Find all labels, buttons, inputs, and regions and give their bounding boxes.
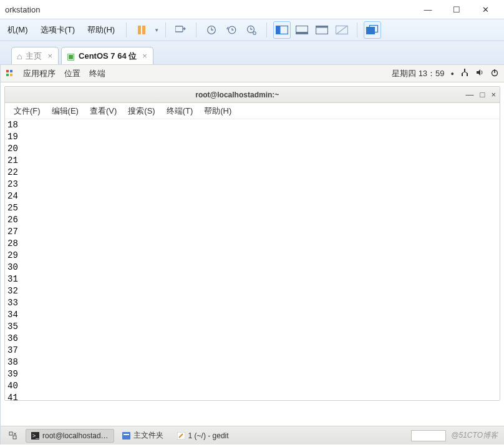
terminal-line: 36 — [7, 333, 497, 345]
terminal-line: 33 — [7, 297, 497, 309]
terminal-menu-search[interactable]: 搜索(S) — [123, 104, 160, 118]
terminal-minimize-button[interactable]: — — [466, 90, 474, 99]
menu-terminal[interactable]: 终端 — [89, 68, 105, 79]
layout-disabled-icon — [336, 25, 348, 35]
terminal-line: 30 — [7, 262, 497, 273]
terminal-menu-terminal[interactable]: 终端(T) — [162, 104, 198, 118]
maximize-button[interactable]: ☐ — [448, 5, 465, 14]
terminal-line: 22 — [7, 167, 497, 179]
view-mode-2-button[interactable] — [293, 21, 311, 39]
minimize-button[interactable]: — — [419, 5, 437, 14]
network-icon[interactable] — [460, 68, 469, 79]
svg-rect-16 — [10, 70, 12, 72]
terminal-line: 27 — [7, 226, 497, 238]
app-titlebar: orkstation — ☐ ✕ — [0, 0, 504, 19]
clock-icon — [206, 24, 217, 36]
gnome-taskbar: >_ root@localhostad… 主文件夹 1 (~/) - gedit… — [1, 426, 504, 445]
activities-icon[interactable] — [6, 69, 14, 78]
close-button[interactable]: ✕ — [477, 5, 494, 14]
terminal-line: 18 — [7, 119, 497, 131]
svg-rect-0 — [175, 26, 183, 32]
toolbar-separator — [357, 22, 357, 37]
window-controls: — ☐ ✕ — [419, 5, 499, 14]
terminal-body[interactable]: 18 19 20 21 22 23 24 25 26 27 28 29 30 3… — [5, 119, 500, 400]
svg-rect-19 — [464, 69, 465, 72]
gnome-topbar: 应用程序 位置 终端 星期四 13：59 ● — [1, 65, 504, 82]
terminal-icon: >_ — [31, 432, 39, 440]
layout-split-icon — [276, 26, 288, 34]
svg-rect-24 — [9, 432, 12, 435]
terminal-line: 38 — [7, 356, 497, 368]
terminal-menu-view[interactable]: 查看(V) — [85, 104, 122, 118]
toolbar-separator — [165, 22, 166, 37]
tab-home-close[interactable]: × — [46, 51, 54, 61]
power-icon[interactable] — [490, 68, 499, 79]
toolbar-separator — [266, 22, 267, 37]
menu-places[interactable]: 位置 — [64, 68, 80, 79]
taskbar-label: root@localhostad… — [42, 431, 109, 440]
volume-icon[interactable] — [475, 68, 484, 79]
tab-home[interactable]: ⌂ 主页 × — [11, 47, 59, 64]
svg-rect-15 — [6, 70, 9, 72]
terminal-line: 19 — [7, 131, 497, 143]
view-mode-4-button[interactable] — [333, 21, 351, 39]
taskbar-item-gedit[interactable]: 1 (~/) - gedit — [172, 429, 235, 443]
unity-button[interactable] — [364, 21, 381, 39]
svg-rect-13 — [367, 27, 375, 34]
terminal-line: 39 — [7, 368, 497, 380]
svg-rect-8 — [296, 32, 308, 34]
tab-home-label: 主页 — [26, 51, 42, 62]
terminal-menu-file[interactable]: 文件(F) — [9, 104, 46, 118]
show-desktop-button[interactable] — [3, 429, 23, 443]
pause-dropdown[interactable]: ▼ — [154, 27, 159, 33]
terminal-titlebar[interactable]: root@localhostadmin:~ — □ × — [5, 87, 500, 103]
taskbar-label: 1 (~/) - gedit — [188, 431, 229, 440]
terminal-line: 25 — [7, 202, 497, 214]
tray-input-box[interactable] — [411, 430, 446, 441]
tab-vm-close[interactable]: × — [140, 51, 149, 61]
terminal-line: 34 — [7, 309, 497, 321]
taskbar-tray: @51CTO博客 — [411, 430, 502, 441]
menu-machine[interactable]: 机(M) — [2, 22, 33, 38]
svg-rect-6 — [276, 26, 281, 34]
terminal-close-button[interactable]: × — [491, 90, 496, 99]
snapshot-button[interactable] — [203, 21, 220, 39]
svg-rect-20 — [462, 73, 463, 76]
terminal-menu-edit[interactable]: 编辑(E) — [47, 104, 84, 118]
terminal-line: 35 — [7, 321, 497, 333]
desktop-icon — [9, 431, 17, 440]
terminal-line: 28 — [7, 238, 497, 250]
taskbar-item-terminal[interactable]: >_ root@localhostad… — [26, 429, 114, 443]
datetime-label[interactable]: 星期四 13：59 — [392, 68, 445, 79]
send-button[interactable] — [172, 21, 190, 39]
app-menubar: 机(M) 选项卡(T) 帮助(H) ▼ — [0, 19, 504, 41]
svg-rect-25 — [13, 436, 16, 439]
view-mode-1-button[interactable] — [273, 21, 291, 39]
terminal-line: 29 — [7, 250, 497, 262]
vm-icon: ▣ — [67, 51, 75, 61]
taskbar-item-files[interactable]: 主文件夹 — [117, 429, 169, 443]
manage-snapshots-button[interactable] — [243, 21, 260, 39]
menu-tabs[interactable]: 选项卡(T) — [36, 22, 80, 38]
gedit-icon — [177, 432, 185, 440]
pause-vm-button[interactable] — [133, 21, 150, 39]
terminal-line: 40 — [7, 380, 497, 392]
terminal-menu-help[interactable]: 帮助(H) — [199, 104, 236, 118]
svg-rect-21 — [467, 73, 468, 76]
terminal-window: root@localhostadmin:~ — □ × 文件(F) 编辑(E) … — [4, 86, 500, 401]
view-mode-3-button[interactable] — [313, 21, 331, 39]
terminal-menubar: 文件(F) 编辑(E) 查看(V) 搜索(S) 终端(T) 帮助(H) — [5, 103, 500, 119]
terminal-line: 41 — [7, 392, 497, 400]
terminal-maximize-button[interactable]: □ — [480, 90, 485, 99]
pause-icon — [138, 26, 145, 34]
revert-snapshot-button[interactable] — [223, 21, 240, 39]
tab-vm[interactable]: ▣ CentOS 7 64 位 × — [61, 47, 153, 64]
terminal-line: 32 — [7, 285, 497, 297]
menu-applications[interactable]: 应用程序 — [23, 68, 56, 79]
watermark-label: @51CTO博客 — [451, 430, 498, 441]
terminal-line: 37 — [7, 345, 497, 356]
menu-help[interactable]: 帮助(H) — [82, 22, 120, 38]
taskbar-label: 主文件夹 — [133, 430, 163, 441]
terminal-line: 23 — [7, 179, 497, 190]
terminal-line: 31 — [7, 273, 497, 285]
